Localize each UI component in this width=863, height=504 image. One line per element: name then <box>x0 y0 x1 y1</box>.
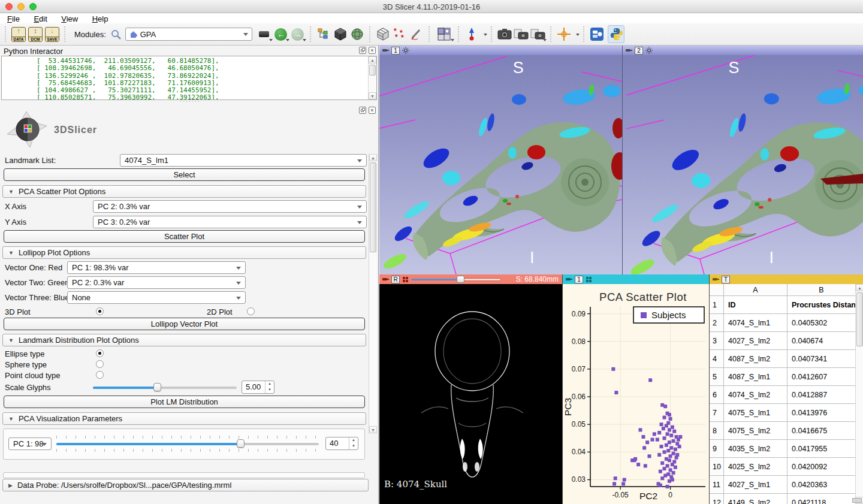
distance-cell[interactable]: 0.0421118 <box>787 494 856 504</box>
row-number-cell[interactable]: 2 <box>710 314 724 332</box>
splitter-handle[interactable] <box>179 101 200 102</box>
pin-icon[interactable] <box>382 276 389 282</box>
select-button[interactable]: Select <box>4 168 365 181</box>
menu-help[interactable]: Help <box>92 14 108 23</box>
id-cell[interactable]: 4087_S_lm2 <box>724 350 787 368</box>
pc-selector-combo[interactable]: PC 1: 98 <box>8 437 52 450</box>
pin-icon[interactable] <box>565 276 572 282</box>
models-module-button[interactable] <box>332 25 349 43</box>
row-number-cell[interactable]: 1 <box>710 296 724 314</box>
id-cell[interactable]: 4025_S_lm2 <box>724 458 787 476</box>
module-selector-combo[interactable]: GPA <box>125 28 252 41</box>
table-row[interactable]: 94035_S_lm20.0417955 <box>710 440 856 458</box>
module-back-button[interactable]: ← <box>273 25 289 43</box>
table-row[interactable]: 124149_S_lm20.0421118 <box>710 494 856 504</box>
view-label[interactable]: R <box>391 276 400 283</box>
distance-cell[interactable]: 0.040674 <box>787 332 856 350</box>
close-panel-button[interactable]: × <box>369 47 376 54</box>
column-header-a[interactable]: A <box>724 284 787 296</box>
view-label[interactable]: T <box>722 276 730 283</box>
module-panel-scrollbar[interactable]: ▲ ▼ <box>369 154 377 433</box>
id-cell[interactable]: 4074_S_lm1 <box>724 314 787 332</box>
menu-edit[interactable]: Edit <box>34 14 47 23</box>
scatter-plot-viewport[interactable]: 0.030.040.050.060.070.080.09-0.050 PCA S… <box>563 284 709 504</box>
table-row[interactable]: 44087_S_lm20.0407341 <box>710 350 856 368</box>
row-number-cell[interactable]: 10 <box>710 458 724 476</box>
distance-cell[interactable]: Procrustes Distance <box>787 296 856 314</box>
table-row[interactable]: 114027_S_lm10.0420363 <box>710 476 856 494</box>
threed-viewport-2[interactable]: S I <box>623 55 863 274</box>
landmark-list-combo[interactable]: 4074_S_lm1 <box>120 154 367 167</box>
load-data-button[interactable]: ↑ DATA <box>10 25 27 43</box>
id-cell[interactable]: 4027_S_lm2 <box>724 332 787 350</box>
row-number-cell[interactable]: 12 <box>710 494 724 504</box>
pin-icon[interactable] <box>382 47 389 53</box>
view-label[interactable]: 1 <box>575 276 583 283</box>
column-header-b[interactable]: B <box>787 284 856 296</box>
ellipse-type-radio[interactable] <box>96 349 104 357</box>
id-cell[interactable]: 4075_S_lm2 <box>724 422 787 440</box>
table-row[interactable]: 34027_S_lm20.040674 <box>710 332 856 350</box>
vector-three-combo[interactable]: None <box>67 291 246 304</box>
threed-viewport-1[interactable]: S I <box>379 55 622 274</box>
screenshot-button[interactable] <box>496 25 513 43</box>
table-row[interactable]: 24074_S_lm10.0405302 <box>710 314 856 332</box>
id-cell[interactable]: 4027_S_lm1 <box>724 476 787 494</box>
scroll-thumb[interactable] <box>370 162 376 252</box>
scroll-down-icon[interactable]: ▼ <box>369 426 377 433</box>
pin-icon[interactable] <box>625 47 632 53</box>
load-dicom-button[interactable]: ↕ DCM <box>27 25 44 43</box>
spin-up-icon[interactable]: ▲ <box>349 437 358 443</box>
row-number-cell[interactable]: 4 <box>710 350 724 368</box>
row-number-cell[interactable]: 7 <box>710 404 724 422</box>
y-axis-combo[interactable]: PC 3: 0.2% var <box>93 216 367 228</box>
module-forward-button[interactable]: → <box>289 25 306 43</box>
plot-menu-icon[interactable] <box>586 276 592 283</box>
scroll-thumb[interactable] <box>369 65 376 76</box>
view-options-sun-icon[interactable] <box>402 47 409 54</box>
save-button[interactable]: ↓ SAVE <box>44 25 61 43</box>
table-viewport[interactable]: A B 1IDProcrustes Distance24074_S_lm10.0… <box>710 284 863 504</box>
float-panel-button[interactable] <box>359 107 366 114</box>
annotate-ruler-button[interactable] <box>408 25 425 43</box>
plot-lm-distribution-button[interactable]: Plot LM Distribution <box>4 396 365 408</box>
extensions-manager-button[interactable] <box>589 25 605 43</box>
row-number-cell[interactable]: 5 <box>710 368 724 386</box>
markups-module-button[interactable]: * * * * <box>391 25 408 43</box>
slice-offset-slider[interactable] <box>411 276 501 283</box>
row-number-cell[interactable]: 11 <box>710 476 724 494</box>
scroll-up-icon[interactable]: ▲ <box>369 154 377 161</box>
id-cell[interactable]: 4149_S_lm2 <box>724 494 787 504</box>
scatter-plot-button[interactable]: Scatter Plot <box>4 230 365 243</box>
table-row[interactable]: 84075_S_lm20.0416675 <box>710 422 856 440</box>
scroll-up-icon[interactable]: ▲ <box>856 284 863 291</box>
spin-up-icon[interactable]: ▲ <box>265 381 274 387</box>
vector-two-combo[interactable]: PC 2: 0.3% var <box>67 276 246 289</box>
pca-visualization-header[interactable]: ▼ PCA Visualization Parameters <box>2 412 366 425</box>
scene-view-capture-button[interactable] <box>513 25 530 43</box>
id-cell[interactable]: 4087_S_lm1 <box>724 368 787 386</box>
spin-down-icon[interactable]: ▼ <box>349 443 358 449</box>
module-history-button[interactable] <box>256 25 273 43</box>
table-row[interactable]: 54087_S_lm10.0412607 <box>710 368 856 386</box>
crosshair-dropdown[interactable] <box>572 25 580 43</box>
id-cell[interactable]: ID <box>724 296 787 314</box>
window-resize-grip[interactable] <box>852 498 862 503</box>
place-fiducial-button[interactable] <box>463 25 480 43</box>
distance-cell[interactable]: 0.0417955 <box>787 440 856 458</box>
distance-cell[interactable]: 0.0412607 <box>787 368 856 386</box>
id-cell[interactable]: 4035_S_lm2 <box>724 440 787 458</box>
python-console[interactable]: [ 53.44531746, 211.03509127, 60.81485278… <box>1 56 377 100</box>
scroll-down-icon[interactable]: ▼ <box>369 92 376 99</box>
threed-view-1[interactable]: 1 S I <box>379 46 622 274</box>
float-panel-button[interactable] <box>359 47 366 54</box>
view-label[interactable]: 2 <box>635 47 643 55</box>
distance-cell[interactable]: 0.0416675 <box>787 422 856 440</box>
landmark-distribution-header[interactable]: ▼ Landmark Distribution Plot Options <box>2 334 366 346</box>
x-axis-combo[interactable]: PC 2: 0.3% var <box>93 200 367 213</box>
menu-view[interactable]: View <box>61 14 78 23</box>
volumes-module-button[interactable] <box>375 25 391 43</box>
table-row[interactable]: 74075_S_lm10.0413976 <box>710 404 856 422</box>
view-label[interactable]: 1 <box>391 47 400 55</box>
spin-down-icon[interactable]: ▼ <box>265 387 274 393</box>
